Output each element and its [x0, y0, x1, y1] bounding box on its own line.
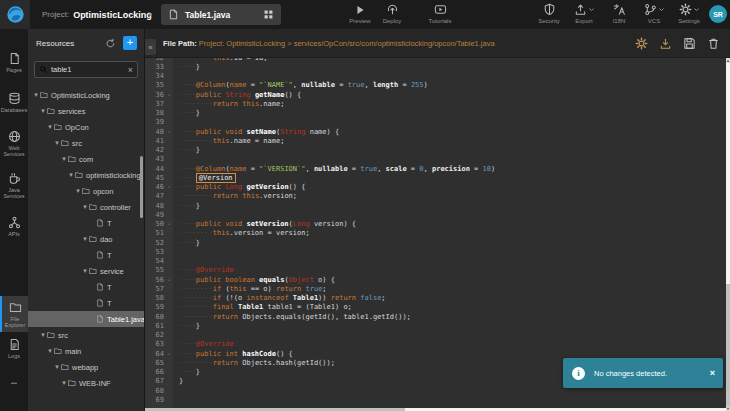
expand-caret-icon: ▾: [81, 235, 89, 243]
user-avatar[interactable]: SR: [709, 5, 727, 23]
tree-scrollbar-thumb[interactable]: [140, 156, 143, 218]
code-line-37: ········return this.name;: [179, 100, 284, 109]
line-number: 32: [145, 58, 173, 62]
tree-item-web-inf[interactable]: ▾WEB-INF: [28, 375, 145, 391]
grid-view-icon[interactable]: [263, 9, 274, 20]
search-input[interactable]: [51, 65, 125, 74]
deploy-icon: [386, 3, 399, 16]
folder-icon: [89, 235, 97, 243]
tree-item-controller[interactable]: ▾controller: [28, 199, 145, 215]
line-number: 37: [145, 100, 173, 108]
project-name: OptimisticLocking: [73, 10, 152, 20]
globe-icon: [8, 130, 21, 143]
save-file-icon[interactable]: [683, 37, 696, 50]
tree-item-t[interactable]: T: [28, 279, 145, 295]
code-line-46: ····public Long getVersion() {: [179, 183, 305, 192]
brand-logo[interactable]: [0, 0, 30, 29]
fold-marker[interactable]: -: [167, 276, 171, 284]
project-switcher[interactable]: Project: OptimisticLocking: [42, 0, 152, 29]
line-number: 63: [145, 340, 173, 348]
shield-icon: [543, 3, 556, 16]
tree-item-com[interactable]: ▾com: [28, 151, 145, 167]
add-resource-button[interactable]: +: [123, 36, 137, 50]
line-number: 53: [145, 248, 173, 256]
vcs-button[interactable]: VCS: [641, 2, 667, 24]
tree-item-label: OpCon: [65, 123, 89, 132]
toast-close-icon[interactable]: ×: [710, 368, 715, 378]
tree-item-optimisticlocking[interactable]: ▾OptimisticLocking: [28, 87, 145, 103]
editor-settings-gear-icon[interactable]: [635, 37, 648, 50]
line-number: 41: [145, 137, 173, 145]
tree-item-services[interactable]: ▾services: [28, 103, 145, 119]
sidebar-item-logs[interactable]: Logs: [0, 338, 28, 359]
tutorials-icon: [434, 3, 447, 16]
sidebar-item-apis[interactable]: APIs: [0, 216, 28, 237]
line-number: 34: [145, 72, 173, 80]
tree-item-label: main: [65, 347, 81, 356]
tree-item-table1-java[interactable]: Table1.java: [28, 311, 145, 327]
fold-marker[interactable]: -: [167, 350, 171, 358]
delete-file-icon[interactable]: [707, 37, 720, 50]
toolbar-right-actions: SecurityExportI18NVCSSettings: [536, 2, 702, 24]
fold-marker[interactable]: -: [167, 91, 171, 99]
scroll-down-arrow-icon[interactable]: ▼: [726, 406, 730, 411]
tree-item-t[interactable]: T: [28, 247, 145, 263]
export-button[interactable]: Export: [571, 2, 597, 24]
file-icon: [168, 9, 179, 20]
tree-item-optimisticlocking[interactable]: ▾optimisticlocking: [28, 167, 145, 183]
expand-caret-icon: ▾: [81, 203, 89, 211]
tree-item-src[interactable]: ▾src: [28, 135, 145, 151]
folder-icon: [47, 331, 55, 339]
code-line-66: ····}: [179, 368, 200, 377]
code-line-63: ····@Override: [179, 340, 234, 349]
fold-marker[interactable]: -: [167, 220, 171, 228]
editor-vertical-scrollbar[interactable]: ▲ ▼: [726, 58, 730, 411]
sidebar-item-more[interactable]: •••: [0, 380, 28, 386]
left-nav-sidebar: PagesDatabasesWeb ServicesJava ServicesA…: [0, 29, 28, 411]
refresh-icon[interactable]: [105, 38, 116, 49]
scroll-up-arrow-icon[interactable]: ▲: [726, 58, 730, 63]
open-file-tab[interactable]: Table1.java: [161, 4, 281, 25]
info-icon: i: [572, 367, 585, 380]
sidebar-item-web-services[interactable]: Web Services: [0, 130, 28, 158]
code-line-56: ····public boolean equals(Object o) {: [179, 276, 335, 285]
sidebar-item-databases[interactable]: Databases: [0, 92, 28, 113]
tree-item-t[interactable]: T: [28, 215, 145, 231]
folder-icon: [54, 347, 62, 355]
vertical-scroll-thumb[interactable]: [726, 284, 730, 406]
file-tree: ▾OptimisticLocking▾services▾OpCon▾src▾co…: [28, 87, 145, 391]
wavemaker-logo-icon: [6, 5, 25, 24]
sidebar-item-pages[interactable]: Pages: [0, 52, 28, 73]
fold-marker[interactable]: -: [167, 183, 171, 191]
download-file-icon[interactable]: [659, 37, 672, 50]
line-number: 66: [145, 368, 173, 376]
sidebar-item-label: Pages: [6, 67, 22, 73]
chevron-down-icon: [693, 6, 700, 13]
tree-item-main[interactable]: ▾main: [28, 343, 145, 359]
sidebar-item-file-explorer[interactable]: File Explorer: [0, 296, 28, 332]
sidebar-item-java-services[interactable]: Java Services: [0, 172, 28, 200]
line-number: 67: [145, 377, 173, 385]
tree-item-webapp[interactable]: ▾webapp: [28, 359, 145, 375]
security-button[interactable]: Security: [536, 2, 562, 24]
tree-item-opcon[interactable]: ▾OpCon: [28, 119, 145, 135]
tree-item-src[interactable]: ▾src: [28, 327, 145, 343]
tutorials-button[interactable]: Tutorials: [420, 2, 460, 24]
settings-button[interactable]: Settings: [676, 2, 702, 24]
tree-item-service[interactable]: ▾service: [28, 263, 145, 279]
i18n-button[interactable]: I18N: [606, 2, 632, 24]
top-toolbar: Project: OptimisticLocking › Table1.java…: [0, 0, 730, 29]
sidebar-item-label: APIs: [8, 231, 20, 237]
collapse-resources-button[interactable]: «: [145, 39, 156, 55]
clear-search-icon[interactable]: ×: [128, 65, 133, 75]
fold-marker[interactable]: -: [167, 128, 171, 136]
deploy-button[interactable]: Deploy: [372, 2, 412, 24]
code-line-65: ········return Objects.hash(getId());: [179, 359, 335, 368]
line-number: 36-: [145, 91, 173, 99]
line-number: 62: [145, 331, 173, 339]
code-editor[interactable]: 3233343536-37383940-414243444546-4748495…: [145, 58, 726, 408]
tree-item-label: services: [58, 107, 86, 116]
tree-item-dao[interactable]: ▾dao: [28, 231, 145, 247]
tree-item-t[interactable]: T: [28, 295, 145, 311]
tree-item-opcon[interactable]: ▾opcon: [28, 183, 145, 199]
